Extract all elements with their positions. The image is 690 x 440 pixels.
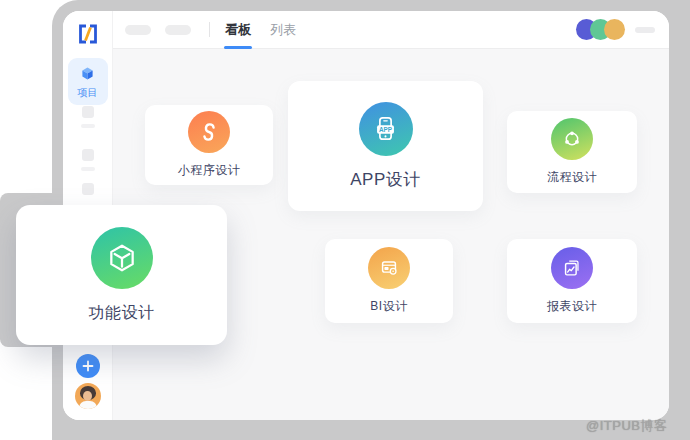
card-label: 报表设计: [547, 298, 597, 315]
avatar-shirt: [79, 401, 97, 409]
window-control-placeholder: [635, 27, 655, 33]
add-project-button[interactable]: [76, 354, 100, 378]
sidebar-item-label: 项目: [78, 88, 98, 98]
tab-list[interactable]: 列表: [270, 11, 296, 49]
m-logo-icon: [75, 23, 100, 49]
svg-text:APP: APP: [379, 126, 392, 133]
toolbar-placeholder-pill: [165, 25, 191, 35]
cube-outline-icon: [91, 227, 153, 289]
card-label: APP设计: [350, 168, 421, 191]
project-cube-icon: [79, 65, 96, 86]
plus-icon: [82, 360, 94, 372]
member-dot-yellow[interactable]: [604, 19, 625, 40]
card-app-design[interactable]: APP APP设计: [288, 81, 483, 211]
sidebar-placeholder-icon: [82, 149, 94, 161]
sidebar-placeholder-icon: [82, 183, 94, 195]
app-phone-icon: APP: [359, 102, 413, 156]
mini-program-icon: [188, 111, 230, 153]
card-flow-design[interactable]: 流程设计: [507, 111, 637, 193]
sidebar-placeholder-icon: [82, 106, 94, 118]
sidebar-placeholder-bar: [81, 167, 95, 171]
tab-kanban[interactable]: 看板: [225, 11, 251, 49]
card-label: 流程设计: [547, 169, 597, 186]
user-avatar[interactable]: [75, 383, 101, 409]
toolbar-divider: [209, 22, 210, 37]
card-report-design[interactable]: 报表设计: [507, 239, 637, 323]
team-avatar-dots: [576, 19, 625, 40]
card-label: BI设计: [370, 298, 407, 315]
page: 项目 看板 列表: [0, 0, 690, 440]
card-label: 功能设计: [89, 303, 155, 324]
share-nodes-icon: [551, 118, 593, 160]
card-mini-program-design[interactable]: 小程序设计: [145, 105, 273, 185]
sidebar-placeholder-bar: [81, 124, 95, 128]
card-bi-design[interactable]: BI设计: [325, 239, 453, 323]
toolbar-placeholder-pill: [125, 25, 151, 35]
watermark: @ITPUB博客: [586, 417, 667, 435]
sidebar-item-project[interactable]: 项目: [68, 58, 108, 105]
avatar-face: [83, 391, 92, 401]
report-chart-icon: [551, 247, 593, 289]
bi-window-gear-icon: [368, 247, 410, 289]
card-label: 小程序设计: [178, 162, 241, 179]
card-function-design[interactable]: 功能设计: [16, 205, 227, 345]
topbar: 看板 列表: [113, 11, 669, 49]
